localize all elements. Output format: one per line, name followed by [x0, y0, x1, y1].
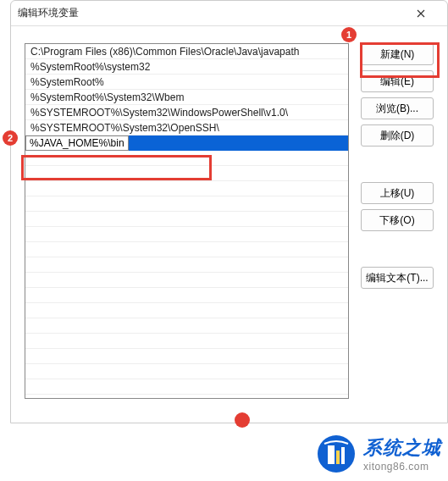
- list-item[interactable]: %SYSTEMROOT%\System32\WindowsPowerShell\…: [25, 105, 348, 120]
- delete-button[interactable]: 删除(D): [361, 124, 434, 147]
- new-button[interactable]: 新建(N): [361, 43, 434, 65]
- svg-rect-2: [336, 451, 340, 464]
- list-item[interactable]: %SystemRoot%\system32: [25, 59, 348, 75]
- annotation-badge-3: [235, 412, 250, 428]
- watermark-title: 系统之城: [363, 435, 441, 461]
- annotation-badge-2: 2: [3, 130, 18, 146]
- dialog-title: 编辑环境变量: [18, 6, 401, 20]
- watermark-url: xitong86.com: [363, 461, 441, 473]
- titlebar: 编辑环境变量: [11, 1, 447, 26]
- edit-text-button[interactable]: 编辑文本(T)...: [361, 267, 434, 289]
- list-item[interactable]: C:\Program Files (x86)\Common Files\Orac…: [25, 44, 348, 59]
- close-button[interactable]: [401, 1, 440, 26]
- move-up-button[interactable]: 上移(U): [361, 182, 434, 204]
- browse-button[interactable]: 浏览(B)...: [361, 97, 434, 119]
- annotation-badge-1: 1: [341, 27, 357, 42]
- list-item-editing[interactable]: [25, 135, 348, 151]
- list-item[interactable]: %SYSTEMROOT%\System32\OpenSSH\: [25, 120, 348, 135]
- path-list[interactable]: C:\Program Files (x86)\Common Files\Orac…: [25, 43, 349, 399]
- svg-rect-1: [328, 445, 335, 464]
- path-edit-input[interactable]: [26, 136, 128, 150]
- list-item[interactable]: %SystemRoot%\System32\Wbem: [25, 90, 348, 105]
- close-icon: [417, 9, 425, 18]
- watermark-logo-icon: [316, 434, 357, 474]
- list-empty-rows: [25, 151, 348, 395]
- edit-button[interactable]: 编辑(E): [361, 70, 434, 92]
- button-sidebar: 新建(N) 编辑(E) 浏览(B)... 删除(D) 上移(U) 下移(O) 编…: [361, 43, 434, 399]
- list-item[interactable]: %SystemRoot%: [25, 75, 348, 90]
- watermark: 系统之城 xitong86.com: [316, 434, 441, 474]
- svg-rect-3: [341, 447, 345, 464]
- move-down-button[interactable]: 下移(O): [361, 209, 434, 231]
- environment-variables-dialog: 编辑环境变量 C:\Program Files (x86)\Common Fil…: [10, 0, 448, 423]
